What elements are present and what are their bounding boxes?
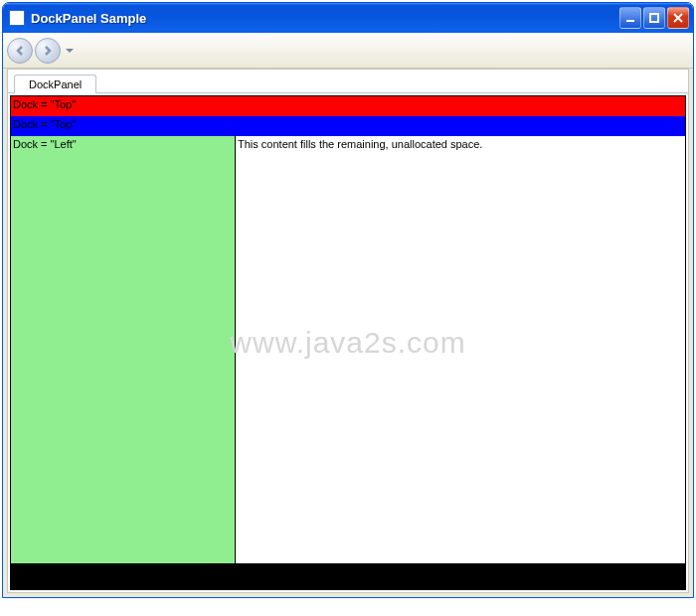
dock-top-red: Dock = "Top": [11, 96, 685, 116]
titlebar[interactable]: DockPanel Sample: [3, 3, 693, 33]
dock-middle-row: Dock = "Left" This content fills the rem…: [11, 136, 685, 563]
nav-forward-button[interactable]: [35, 38, 61, 64]
svg-rect-0: [626, 20, 634, 22]
window-title: DockPanel Sample: [31, 11, 617, 26]
tab-strip: DockPanel: [8, 70, 688, 93]
dock-left-green: Dock = "Left": [11, 136, 236, 563]
client-area: DockPanel Dock = "Top" Dock = "Top" Dock…: [7, 69, 689, 593]
minimize-button[interactable]: [619, 7, 641, 29]
svg-rect-1: [650, 14, 658, 22]
dock-bottom-black: [11, 563, 685, 589]
dock-fill-white: This content fills the remaining, unallo…: [236, 136, 685, 563]
app-icon: [9, 10, 25, 26]
close-button[interactable]: [667, 7, 689, 29]
dock-panel: Dock = "Top" Dock = "Top" Dock = "Left" …: [10, 95, 686, 590]
nav-back-button[interactable]: [7, 38, 33, 64]
nav-history-dropdown[interactable]: [63, 38, 77, 64]
dock-top-blue: Dock = "Top": [11, 116, 685, 136]
tab-dockpanel[interactable]: DockPanel: [14, 75, 96, 93]
maximize-button[interactable]: [643, 7, 665, 29]
nav-toolbar: [3, 33, 693, 69]
app-window: DockPanel Sample DockPanel Dock = "Top" …: [2, 2, 694, 598]
